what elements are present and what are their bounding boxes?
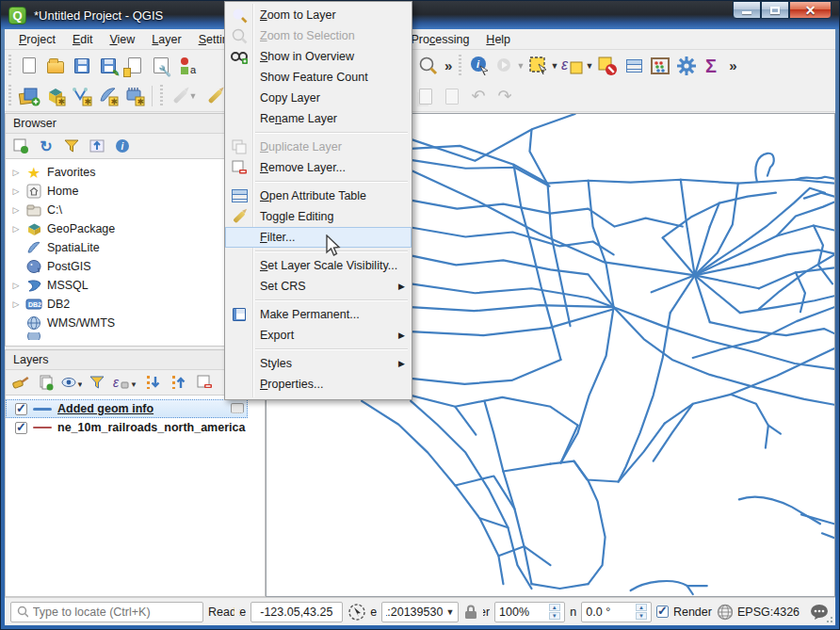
render-toggle[interactable]: Render [656, 606, 712, 619]
new-shapefile-layer-button[interactable]: ✱ [69, 83, 95, 109]
filter-browser-button[interactable] [60, 136, 83, 156]
minimize-button[interactable] [733, 1, 761, 19]
copy-features-button[interactable] [412, 83, 439, 109]
expander-icon[interactable]: ▷ [11, 299, 21, 309]
toolbar-grip[interactable] [158, 85, 166, 107]
resize-grip[interactable] [824, 614, 833, 623]
new-print-layout-button[interactable] [121, 53, 148, 79]
expander-icon[interactable]: ▷ [11, 186, 21, 196]
identify-features-button[interactable]: i [466, 53, 493, 79]
ctx-remove-layer[interactable]: Remove Layer... [225, 157, 412, 178]
collapse-tree-button[interactable] [86, 136, 108, 156]
spin-up-icon[interactable]: ▲ [549, 604, 560, 611]
layer-row-railroads[interactable]: ne_10m_railroads_north_america [6, 418, 265, 437]
layer-row-added-geom-info[interactable]: Added geom info [6, 399, 248, 418]
render-checkbox[interactable] [656, 606, 669, 618]
redo-button[interactable]: ↷ [492, 83, 518, 109]
menu-edit[interactable]: Edit [64, 31, 102, 48]
show-layout-manager-button[interactable]: 🔧 [148, 53, 174, 79]
ctx-filter[interactable]: Filter... [225, 227, 412, 248]
menu-view[interactable]: View [101, 31, 143, 48]
ctx-show-feature-count[interactable]: Show Feature Count [225, 67, 412, 88]
remove-layer-button[interactable] [193, 372, 216, 393]
expand-all-button[interactable] [142, 372, 165, 393]
new-project-button[interactable] [16, 53, 42, 79]
ctx-styles[interactable]: Styles ▶ [225, 353, 412, 374]
expander-icon[interactable]: ▷ [11, 224, 21, 234]
close-button[interactable]: ✕ [789, 1, 832, 19]
crs-globe-icon[interactable] [717, 604, 733, 621]
ctx-show-in-overview[interactable]: Show in Overview [225, 46, 412, 67]
toolbar-grip[interactable] [7, 55, 14, 77]
toolbar-overflow-icon[interactable]: » [726, 57, 739, 73]
spin-buttons[interactable]: ▲▼ [549, 604, 560, 620]
refresh-button[interactable]: ↻ [35, 136, 57, 156]
expander-icon[interactable]: ▷ [11, 281, 21, 290]
filter-legend-button[interactable] [86, 372, 108, 393]
ctx-rename-layer[interactable]: Rename Layer [225, 108, 412, 129]
ctx-duplicate-layer[interactable]: Duplicate Layer [225, 137, 412, 157]
toolbar-overflow-icon[interactable]: » [442, 57, 455, 73]
locator-input[interactable] [33, 606, 197, 619]
select-by-expression-button[interactable]: ε▼ [560, 53, 594, 79]
zoom-out-button[interactable] [415, 53, 442, 79]
menu-layer[interactable]: Layer [143, 31, 189, 48]
data-source-manager-button[interactable] [16, 83, 42, 109]
ctx-make-permanent[interactable]: Make Permanent... [225, 304, 412, 325]
open-project-button[interactable] [42, 53, 69, 79]
add-selected-layers-button[interactable] [9, 136, 32, 156]
filter-by-expression-button[interactable]: ε▼ [111, 372, 139, 393]
ctx-set-crs[interactable]: Set CRS ▶ [225, 276, 412, 297]
rotation-spinbox[interactable]: 0.0 ° ▲▼ [581, 602, 652, 622]
layer-visibility-checkbox[interactable] [15, 422, 27, 434]
show-statistics-button[interactable]: Σ [700, 53, 726, 79]
lock-scale-icon[interactable] [463, 604, 477, 621]
crs-label[interactable]: EPSG:4326 [737, 606, 800, 619]
ctx-zoom-to-selection[interactable]: Zoom to Selection [225, 25, 412, 46]
maximize-button[interactable] [761, 1, 789, 19]
expander-icon[interactable]: ▷ [11, 168, 21, 177]
save-project-button[interactable] [69, 53, 95, 79]
coordinate-box[interactable]: -123.05,43.25 [250, 602, 342, 622]
title-bar[interactable]: Q *Untitled Project - QGIS ✕ [1, 1, 839, 29]
ctx-copy-layer[interactable]: Copy Layer [225, 88, 412, 108]
select-features-button[interactable]: ▼ [526, 53, 560, 79]
ctx-zoom-to-layer[interactable]: Zoom to Layer [225, 5, 412, 25]
ctx-toggle-editing[interactable]: Toggle Editing [225, 206, 412, 227]
add-group-button[interactable] [35, 372, 57, 393]
style-manager-button[interactable]: a [174, 53, 201, 79]
toolbar-grip[interactable] [457, 55, 464, 77]
processing-gear-button[interactable] [673, 53, 700, 79]
spin-buttons[interactable]: ▲▼ [636, 604, 647, 620]
new-virtual-layer-button[interactable]: ✱ [121, 83, 148, 109]
menu-project[interactable]: Project [10, 31, 64, 48]
expander-icon[interactable]: ▷ [11, 205, 21, 215]
open-attribute-table-button[interactable] [621, 53, 647, 79]
new-geopackage-layer-button[interactable]: ✱ [42, 83, 69, 109]
current-edits-button[interactable]: ▼ [168, 83, 202, 109]
extent-tracking-icon[interactable] [347, 603, 365, 622]
collapse-all-button[interactable] [168, 372, 190, 393]
ctx-open-attribute-table[interactable]: Open Attribute Table [225, 186, 412, 206]
save-project-as-button[interactable]: ✎ [95, 53, 121, 79]
scale-combobox[interactable]: 1:20139530 ▼ [381, 602, 459, 622]
manage-map-themes-button[interactable]: ▼ [60, 372, 83, 393]
spin-down-icon[interactable]: ▼ [636, 612, 647, 620]
layer-indicator-icon[interactable] [231, 403, 244, 413]
ctx-set-layer-scale-visibility[interactable]: Set Layer Scale Visibility... [225, 255, 412, 276]
magnifier-spinbox[interactable]: 100% ▲▼ [494, 602, 565, 622]
statistical-summary-button[interactable] [647, 53, 673, 79]
menu-processing[interactable]: Processing [403, 31, 478, 48]
browser-properties-button[interactable]: i [111, 136, 134, 156]
undo-button[interactable]: ↶ [465, 83, 492, 109]
spin-up-icon[interactable]: ▲ [636, 604, 647, 611]
layer-visibility-checkbox[interactable] [15, 403, 27, 415]
paste-features-button[interactable] [439, 83, 465, 109]
deselect-all-button[interactable] [594, 53, 621, 79]
new-spatialite-layer-button[interactable]: ✱ [95, 83, 121, 109]
spin-down-icon[interactable]: ▼ [549, 612, 560, 620]
menu-help[interactable]: Help [477, 31, 519, 48]
locator-box[interactable] [10, 602, 203, 622]
ctx-export[interactable]: Export ▶ [225, 325, 412, 346]
toolbar-grip[interactable] [7, 85, 14, 107]
